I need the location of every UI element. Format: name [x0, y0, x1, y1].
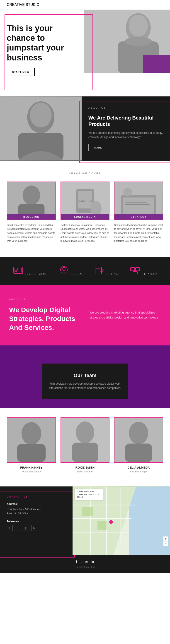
- strategy-icon: [129, 266, 141, 275]
- area-text-social-media: Twitter, Facebook, Instagram, Periscope,…: [61, 223, 110, 243]
- member-role-frank: Financial Director: [7, 470, 56, 473]
- digital-description: We are creative marketing agency that sp…: [90, 310, 161, 320]
- area-image-blogging: BLOGGING: [7, 182, 56, 220]
- svg-point-7: [30, 102, 52, 128]
- team-members-section: FRANK KINNEY Financial Director ROXIE SM…: [0, 408, 170, 486]
- member-name-celia: CELIA ALMEDA: [114, 466, 163, 469]
- digital-heading: We Develop Digital Strategies, Products …: [9, 305, 80, 332]
- contact-section: CONTACT US Address: USA, New York, 5 Par…: [0, 486, 170, 555]
- svg-text:CONNECT: CONNECT: [78, 199, 93, 202]
- member-photo-frank: [7, 418, 56, 463]
- contact-info: CONTACT US Address: USA, New York, 5 Par…: [0, 486, 73, 555]
- contact-border-decoration: [0, 491, 75, 558]
- svg-point-62: [109, 520, 113, 524]
- digital-left: ABOUT US We Develop Digital Strategies, …: [9, 298, 80, 332]
- area-item-social-media: CONNECT SOCIAL MEDIA Twitter, Facebook, …: [61, 182, 110, 243]
- map-address-label: 5 Park Ave #1469r5 Park Ave, New York, N…: [75, 489, 103, 500]
- area-item-strategy: STRATEGY Sometimes the hardest part is k…: [114, 182, 163, 243]
- team-description: With dedication we develop awesome softw…: [49, 382, 121, 390]
- svg-point-10: [23, 186, 40, 205]
- footer-icon-instagram[interactable]: ◎: [85, 560, 88, 564]
- footer-icon-facebook[interactable]: f: [76, 560, 77, 564]
- area-photo-blogging: [7, 182, 56, 220]
- areas-grid: BLOGGING Good content is everything. In …: [7, 182, 163, 243]
- area-label-strategy: STRATEGY: [114, 214, 163, 220]
- team-box: Our Team With dedication we develop awes…: [42, 364, 128, 399]
- team-heading: Our Team: [49, 372, 121, 378]
- area-item-blogging: BLOGGING Good content is everything. In …: [7, 182, 56, 243]
- svg-rect-27: [19, 268, 22, 272]
- svg-rect-37: [130, 268, 135, 271]
- svg-point-43: [22, 422, 41, 445]
- about-content-box: ABOUT US We Are Delivering Beautiful Pro…: [82, 96, 170, 161]
- area-image-social-media: CONNECT SOCIAL MEDIA: [61, 182, 110, 220]
- svg-rect-33: [95, 267, 102, 274]
- address-label: Address:: [7, 502, 66, 505]
- editing-icon: [93, 266, 105, 275]
- svg-rect-61: [97, 521, 107, 530]
- hero-text: This is your chance to jumpstart your bu…: [7, 19, 163, 76]
- svg-point-30: [63, 267, 65, 270]
- site-header: CREATIVE STUDIO: [0, 0, 170, 10]
- svg-rect-50: [125, 444, 152, 462]
- map-zoom-out[interactable]: −: [163, 541, 168, 546]
- svg-point-46: [76, 422, 94, 444]
- area-image-strategy: STRATEGY: [114, 182, 163, 220]
- service-label-design: DESIGN: [71, 273, 82, 275]
- about-description: We are creative marketing agency that sp…: [88, 131, 163, 140]
- svg-rect-20: [126, 200, 152, 200]
- site-title: CREATIVE STUDIO: [7, 3, 40, 6]
- social-icon-twitter[interactable]: t: [15, 525, 21, 531]
- svg-point-16: [90, 201, 101, 216]
- service-item-strategy: STRATEGY: [129, 266, 157, 276]
- social-icon-google-plus[interactable]: g+: [23, 525, 29, 531]
- about-heading: We Are Delivering Beautiful Products: [88, 115, 163, 128]
- map-container: 5 Park Ave #1469r5 Park Ave, New York, N…: [73, 486, 170, 555]
- map-zoom-controls: + −: [163, 536, 168, 546]
- team-member-roxie: ROXIE SMITH Sales Manager: [61, 418, 110, 473]
- svg-rect-26: [15, 270, 17, 272]
- areas-section-label: AREAS WE COVER: [7, 172, 163, 175]
- service-item-editing: EDITING: [93, 266, 118, 276]
- site-footer: f t ◎ in Sample footer text: [0, 555, 170, 573]
- service-label-development: DEVELOPMENT: [25, 273, 47, 275]
- development-icon: [13, 266, 24, 275]
- svg-rect-25: [15, 268, 18, 270]
- more-button[interactable]: MORE: [88, 144, 107, 151]
- service-label-editing: EDITING: [106, 273, 118, 275]
- svg-point-49: [129, 422, 148, 444]
- about-section: ABOUT US We Are Delivering Beautiful Pro…: [0, 96, 170, 161]
- about-person-image: [0, 96, 82, 161]
- areas-section: AREAS WE COVER BLOGGING Good content is …: [0, 161, 170, 252]
- start-now-button[interactable]: START NOW: [7, 68, 35, 76]
- member-name-roxie: ROXIE SMITH: [61, 466, 110, 469]
- svg-point-23: [123, 188, 132, 196]
- area-photo-strategy: [114, 182, 163, 220]
- member-role-celia: Office Manager: [114, 470, 163, 473]
- footer-text: Sample footer text: [75, 566, 95, 568]
- member-photo-celia: [114, 418, 163, 463]
- footer-social-icons: f t ◎ in: [76, 560, 94, 564]
- service-label-strategy: STRATEGY: [142, 273, 157, 275]
- map-image: 5 Park Ave #1469r5 Park Ave, New York, N…: [73, 486, 170, 555]
- digital-right: We are creative marketing agency that sp…: [90, 310, 161, 320]
- social-icon-instagram[interactable]: ◎: [31, 525, 37, 531]
- map-zoom-in[interactable]: +: [163, 536, 168, 541]
- team-member-celia: CELIA ALMEDA Office Manager: [114, 418, 163, 473]
- member-role-roxie: Sales Manager: [61, 470, 110, 473]
- digital-section: ABOUT US We Develop Digital Strategies, …: [0, 285, 170, 346]
- footer-icon-linkedin[interactable]: in: [91, 560, 94, 564]
- services-strip: DEVELOPMENT DESIGN EDITING STRATEGY: [0, 257, 170, 285]
- member-name-frank: FRANK KINNEY: [7, 466, 56, 469]
- hero-section: This is your chance to jumpstart your bu…: [0, 10, 170, 90]
- footer-icon-twitter[interactable]: t: [81, 560, 82, 564]
- area-text-blogging: Good content is everything. In a world t…: [7, 223, 56, 243]
- social-icon-facebook[interactable]: f: [7, 525, 13, 531]
- about-section-label: ABOUT US: [88, 106, 163, 110]
- service-item-development: DEVELOPMENT: [13, 266, 47, 276]
- area-text-strategy: Sometimes the hardest part is knowing wh…: [114, 223, 163, 243]
- svg-rect-38: [135, 268, 140, 271]
- follow-label: Follow me:: [7, 520, 66, 523]
- svg-rect-44: [17, 444, 46, 462]
- area-photo-social-media: CONNECT: [61, 182, 109, 220]
